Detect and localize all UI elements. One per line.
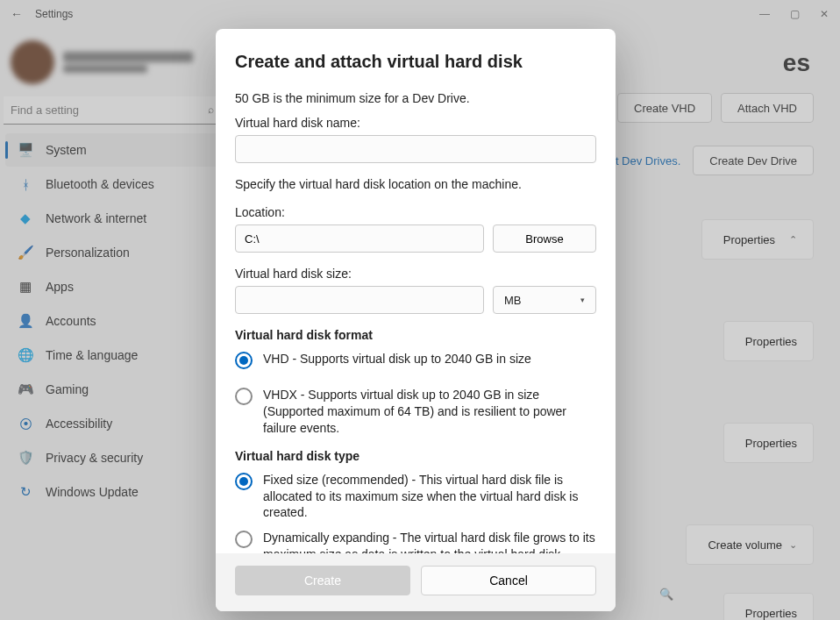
chevron-up-icon: ⌃ bbox=[789, 234, 797, 246]
dialog-title: Create and attach virtual hard disk bbox=[235, 52, 596, 72]
sidebar-item-personalization[interactable]: 🖌️Personalization bbox=[5, 236, 221, 269]
create-vhd-button[interactable]: Create VHD bbox=[617, 93, 712, 123]
size-input[interactable] bbox=[235, 286, 484, 314]
sidebar-item-apps[interactable]: ▦Apps bbox=[5, 270, 221, 303]
gaming-icon: 🎮 bbox=[18, 381, 33, 397]
create-button[interactable]: Create bbox=[235, 566, 410, 595]
vhd-name-input[interactable] bbox=[235, 135, 596, 163]
size-unit-select[interactable]: MB ▾ bbox=[493, 286, 596, 314]
sidebar-item-label: Privacy & security bbox=[46, 451, 143, 465]
back-icon[interactable]: ← bbox=[11, 7, 23, 21]
update-icon: ↻ bbox=[18, 484, 33, 500]
search-input[interactable] bbox=[4, 96, 223, 125]
chevron-down-icon: ▾ bbox=[580, 296, 585, 304]
sidebar-item-label: Gaming bbox=[46, 382, 89, 396]
search-icon: ⌕ bbox=[208, 103, 214, 116]
minimize-button[interactable]: — bbox=[759, 8, 770, 20]
sidebar-item-network[interactable]: ◆Network & internet bbox=[5, 202, 221, 235]
browse-button[interactable]: Browse bbox=[493, 224, 596, 253]
properties-label: Properties bbox=[745, 335, 797, 348]
sidebar-item-windows-update[interactable]: ↻Windows Update bbox=[5, 475, 221, 509]
properties-label: Properties bbox=[723, 233, 775, 246]
create-volume-label: Create volume bbox=[708, 538, 782, 552]
dev-drives-link[interactable]: ut Dev Drives. bbox=[609, 154, 681, 167]
bluetooth-icon: ᚼ bbox=[18, 176, 33, 192]
type-option-fixed[interactable]: Fixed size (recommended) - This virtual … bbox=[235, 472, 596, 522]
properties-button-1[interactable]: Properties ⌃ bbox=[701, 219, 814, 260]
sidebar: ⌕ 🖥️System ᚼBluetooth & devices ◆Network… bbox=[0, 28, 226, 620]
format-option-vhdx[interactable]: VHDX - Supports virtual disk up to 2040 … bbox=[235, 387, 596, 437]
window-title: Settings bbox=[35, 8, 73, 20]
sidebar-item-label: System bbox=[46, 143, 87, 157]
create-dev-drive-button[interactable]: Create Dev Drive bbox=[693, 146, 814, 175]
accessibility-icon: ⦿ bbox=[18, 416, 33, 431]
maximize-button[interactable]: ▢ bbox=[789, 8, 800, 20]
search-box[interactable]: ⌕ bbox=[4, 96, 223, 125]
sidebar-item-accounts[interactable]: 👤Accounts bbox=[5, 304, 221, 338]
sidebar-item-label: Apps bbox=[46, 280, 74, 294]
nav-list: 🖥️System ᚼBluetooth & devices ◆Network &… bbox=[0, 133, 226, 509]
attach-vhd-button[interactable]: Attach VHD bbox=[721, 93, 814, 123]
sidebar-item-bluetooth[interactable]: ᚼBluetooth & devices bbox=[5, 167, 221, 201]
format-heading: Virtual hard disk format bbox=[235, 328, 596, 342]
radio-label: Dynamically expanding - The virtual hard… bbox=[263, 530, 596, 553]
sidebar-item-label: Time & language bbox=[46, 348, 138, 362]
personalization-icon: 🖌️ bbox=[18, 245, 33, 260]
sidebar-item-label: Accessibility bbox=[46, 417, 112, 431]
create-vhd-dialog: Create and attach virtual hard disk 50 G… bbox=[216, 29, 616, 611]
radio-label: VHDX - Supports virtual disk up to 2040 … bbox=[263, 387, 596, 437]
sidebar-item-system[interactable]: 🖥️System bbox=[5, 133, 221, 167]
sidebar-item-label: Bluetooth & devices bbox=[46, 177, 154, 191]
format-option-vhd[interactable]: VHD - Supports virtual disk up to 2040 G… bbox=[235, 351, 596, 369]
min-size-text: 50 GB is the minimum size for a Dev Driv… bbox=[235, 91, 596, 105]
sidebar-item-label: Windows Update bbox=[46, 485, 139, 499]
sidebar-item-gaming[interactable]: 🎮Gaming bbox=[5, 373, 221, 406]
user-profile[interactable] bbox=[11, 35, 216, 89]
properties-button-2[interactable]: Properties bbox=[723, 321, 814, 361]
magnifier-icon: 🔍 bbox=[659, 588, 673, 601]
properties-button-4[interactable]: Properties bbox=[723, 593, 814, 620]
accounts-icon: 👤 bbox=[18, 313, 33, 329]
radio-icon bbox=[235, 531, 253, 548]
sidebar-item-time-language[interactable]: 🌐Time & language bbox=[5, 339, 221, 372]
radio-icon bbox=[235, 388, 253, 405]
location-input[interactable] bbox=[235, 224, 484, 253]
sidebar-item-accessibility[interactable]: ⦿Accessibility bbox=[5, 407, 221, 440]
radio-label: VHD - Supports virtual disk up to 2040 G… bbox=[263, 351, 531, 367]
caption-buttons: — ▢ ✕ bbox=[759, 8, 829, 20]
size-label: Virtual hard disk size: bbox=[235, 267, 596, 281]
radio-icon bbox=[235, 473, 253, 490]
avatar bbox=[11, 40, 54, 84]
dialog-footer: Create Cancel bbox=[216, 553, 616, 611]
create-volume-button[interactable]: Create volume ⌄ bbox=[686, 524, 814, 565]
size-unit-value: MB bbox=[504, 294, 522, 307]
properties-label: Properties bbox=[745, 607, 797, 620]
profile-text-redacted bbox=[63, 49, 216, 75]
cancel-button[interactable]: Cancel bbox=[421, 566, 596, 595]
location-hint: Specify the virtual hard disk location o… bbox=[235, 177, 596, 191]
properties-label: Properties bbox=[745, 437, 797, 450]
apps-icon: ▦ bbox=[18, 279, 33, 295]
name-label: Virtual hard disk name: bbox=[235, 116, 596, 130]
radio-icon bbox=[235, 352, 253, 369]
sidebar-item-label: Personalization bbox=[46, 246, 130, 260]
type-heading: Virtual hard disk type bbox=[235, 449, 596, 463]
sidebar-item-privacy[interactable]: 🛡️Privacy & security bbox=[5, 441, 221, 474]
location-label: Location: bbox=[235, 205, 596, 219]
radio-label: Fixed size (recommended) - This virtual … bbox=[263, 472, 596, 522]
sidebar-item-label: Accounts bbox=[46, 314, 96, 328]
close-button[interactable]: ✕ bbox=[819, 8, 829, 20]
titlebar: ← Settings — ▢ ✕ bbox=[0, 0, 840, 28]
type-option-dynamic[interactable]: Dynamically expanding - The virtual hard… bbox=[235, 530, 596, 553]
time-icon: 🌐 bbox=[18, 347, 33, 363]
privacy-icon: 🛡️ bbox=[18, 450, 33, 466]
sidebar-item-label: Network & internet bbox=[46, 211, 146, 225]
properties-button-3[interactable]: Properties bbox=[723, 423, 814, 463]
chevron-down-icon: ⌄ bbox=[789, 539, 797, 551]
system-icon: 🖥️ bbox=[18, 142, 33, 158]
network-icon: ◆ bbox=[18, 210, 33, 226]
